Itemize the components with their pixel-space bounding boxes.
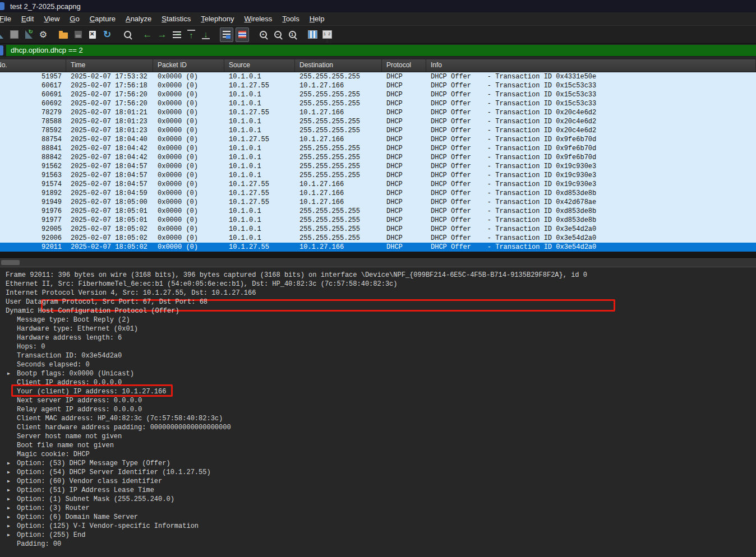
filter-bookmark-icon[interactable] [0, 45, 3, 55]
menu-capture[interactable]: Capture [85, 12, 121, 25]
detail-line-29[interactable]: ▶Option: (255) End [0, 531, 756, 540]
menu-statistics[interactable]: Statistics [156, 12, 196, 25]
close-file-icon[interactable] [86, 28, 99, 41]
detail-line-14[interactable]: Next server IP address: 0.0.0.0 [0, 396, 756, 405]
packet-row-91949[interactable]: 919492025-02-07 18:05:000x0000 (0)10.1.2… [0, 198, 756, 207]
packet-row-60617[interactable]: 606172025-02-07 17:56:180x0000 (0)10.1.2… [0, 81, 756, 90]
displayed-columns-icon[interactable]: 1 2 3 [321, 28, 333, 41]
packet-row-78592[interactable]: 785922025-02-07 18:01:230x0000 (0)10.1.0… [0, 126, 756, 135]
packet-row-88754[interactable]: 887542025-02-07 18:04:400x0000 (0)10.1.2… [0, 135, 756, 144]
packet-row-91563[interactable]: 915632025-02-07 18:04:570x0000 (0)10.1.0… [0, 171, 756, 180]
auto-scroll-icon[interactable] [220, 27, 233, 42]
detail-line-30[interactable]: Padding: 00 [0, 540, 756, 549]
detail-line-11[interactable]: ▶Bootp flags: 0x0000 (Unicast) [0, 369, 756, 378]
detail-line-17[interactable]: Client hardware address padding: 0000000… [0, 423, 756, 432]
expand-arrow-icon[interactable]: ▶ [7, 468, 10, 477]
detail-line-4[interactable]: Dynamic Host Configuration Protocol (Off… [0, 307, 756, 315]
resize-columns-icon[interactable] [306, 28, 319, 41]
menu-analyze[interactable]: Analyze [121, 12, 156, 25]
zoom-in-icon[interactable]: + [257, 28, 269, 41]
menu-file[interactable]: File [0, 12, 16, 25]
go-forward-icon[interactable]: → [156, 28, 168, 41]
menu-view[interactable]: View [39, 12, 64, 25]
expand-arrow-icon[interactable]: ▶ [7, 504, 10, 513]
detail-line-12[interactable]: Client IP address: 0.0.0.0 [0, 378, 756, 387]
detail-line-20[interactable]: Magic cookie: DHCP [0, 450, 756, 459]
detail-line-5[interactable]: Message type: Boot Reply (2) [0, 315, 756, 324]
expand-arrow-icon[interactable]: ▶ [7, 369, 10, 378]
go-to-packet-icon[interactable] [170, 28, 183, 41]
packet-row-60692[interactable]: 606922025-02-07 17:56:200x0000 (0)10.1.0… [0, 99, 756, 108]
packet-row-92006[interactable]: 920062025-02-07 18:05:020x0000 (0)10.1.0… [0, 234, 756, 243]
packet-row-92011[interactable]: 920112025-02-07 18:05:020x0000 (0)10.1.2… [0, 243, 756, 252]
expand-arrow-icon[interactable]: ▶ [7, 477, 10, 486]
detail-line-26[interactable]: ▶Option: (3) Router [0, 504, 756, 513]
expand-arrow-icon[interactable]: ▶ [7, 495, 10, 504]
column-header-no[interactable]: No. [0, 59, 66, 72]
detail-line-1[interactable]: Ethernet II, Src: FiberhomeTel_6e:ec:b1 … [0, 280, 756, 289]
column-header-destination[interactable]: Destination [295, 59, 382, 72]
detail-line-0[interactable]: Frame 92011: 396 bytes on wire (3168 bit… [0, 271, 756, 280]
go-first-packet-icon[interactable]: ↑ [185, 28, 197, 41]
expand-arrow-icon[interactable]: ▶ [7, 522, 10, 531]
packet-row-78279[interactable]: 782792025-02-07 18:01:210x0000 (0)10.1.2… [0, 108, 756, 117]
reload-file-icon[interactable]: ↻ [101, 28, 113, 41]
packet-row-51957[interactable]: 519572025-02-07 17:53:320x0000 (0)10.1.0… [0, 72, 756, 81]
detail-line-19[interactable]: Boot file name not given [0, 441, 756, 450]
detail-line-6[interactable]: Hardware type: Ethernet (0x01) [0, 324, 756, 333]
capture-options-icon[interactable]: ⚙ [37, 28, 49, 41]
packet-row-78588[interactable]: 785882025-02-07 18:01:230x0000 (0)10.1.0… [0, 117, 756, 126]
go-last-packet-icon[interactable]: ↓ [200, 28, 212, 41]
colorize-packets-icon[interactable] [236, 27, 249, 42]
packet-row-60691[interactable]: 606912025-02-07 17:56:200x0000 (0)10.1.0… [0, 90, 756, 99]
menu-go[interactable]: Go [64, 12, 84, 25]
menu-tools[interactable]: Tools [277, 12, 304, 25]
packet-row-88841[interactable]: 888412025-02-07 18:04:420x0000 (0)10.1.0… [0, 144, 756, 153]
menu-edit[interactable]: Edit [16, 12, 39, 25]
start-capture-icon[interactable] [0, 28, 6, 41]
detail-line-8[interactable]: Hops: 0 [0, 342, 756, 351]
detail-line-18[interactable]: Server host name not given [0, 432, 756, 441]
expand-arrow-icon[interactable]: ▶ [7, 486, 10, 495]
detail-line-2[interactable]: Internet Protocol Version 4, Src: 10.1.2… [0, 289, 756, 298]
expand-arrow-icon[interactable]: ▶ [7, 531, 10, 540]
detail-line-22[interactable]: ▶Option: (54) DHCP Server Identifier (10… [0, 468, 756, 477]
find-packet-icon[interactable] [121, 28, 133, 41]
detail-line-13[interactable]: Your (client) IP address: 10.1.27.166 [0, 387, 756, 396]
hscrollbar-thumb[interactable] [1, 260, 20, 265]
column-header-protocol[interactable]: Protocol [382, 59, 426, 72]
column-header-packet_id[interactable]: Packet ID [153, 59, 224, 72]
detail-line-16[interactable]: Client MAC address: HP_40:82:3c (7c:57:5… [0, 414, 756, 423]
detail-line-21[interactable]: ▶Option: (53) DHCP Message Type (Offer) [0, 459, 756, 468]
expand-arrow-icon[interactable]: ▶ [7, 459, 10, 468]
detail-line-28[interactable]: ▶Option: (125) V-I Vendor-specific Infor… [0, 522, 756, 531]
packet-row-91574[interactable]: 915742025-02-07 18:04:570x0000 (0)10.1.2… [0, 180, 756, 189]
go-back-icon[interactable]: ← [141, 28, 154, 41]
packet-row-91892[interactable]: 918922025-02-07 18:04:590x0000 (0)10.1.2… [0, 189, 756, 198]
packet-row-88842[interactable]: 888422025-02-07 18:04:420x0000 (0)10.1.0… [0, 153, 756, 162]
save-file-icon[interactable] [72, 28, 84, 41]
detail-line-15[interactable]: Relay agent IP address: 0.0.0.0 [0, 405, 756, 414]
detail-line-9[interactable]: Transaction ID: 0x3e54d2a0 [0, 351, 756, 360]
column-header-info[interactable]: Info [426, 59, 756, 72]
menu-wireless[interactable]: Wireless [239, 12, 278, 25]
menu-help[interactable]: Help [305, 12, 330, 25]
packet-row-91976[interactable]: 919762025-02-07 18:05:010x0000 (0)10.1.0… [0, 207, 756, 216]
zoom-original-icon[interactable]: 1 [286, 28, 298, 41]
column-header-source[interactable]: Source [224, 59, 295, 72]
packet-list-hscrollbar[interactable] [0, 258, 756, 267]
stop-capture-icon[interactable] [8, 28, 20, 41]
detail-line-25[interactable]: ▶Option: (1) Subnet Mask (255.255.240.0) [0, 495, 756, 504]
restart-capture-icon[interactable] [22, 28, 35, 41]
detail-line-27[interactable]: ▶Option: (6) Domain Name Server [0, 513, 756, 522]
zoom-out-icon[interactable]: − [271, 28, 284, 41]
detail-line-3[interactable]: User Datagram Protocol, Src Port: 67, Ds… [0, 298, 756, 307]
open-file-icon[interactable] [57, 28, 70, 41]
packet-row-91977[interactable]: 919772025-02-07 18:05:010x0000 (0)10.1.0… [0, 216, 756, 225]
column-header-time[interactable]: Time [66, 59, 153, 72]
packet-row-92005[interactable]: 920052025-02-07 18:05:020x0000 (0)10.1.0… [0, 225, 756, 234]
packet-row-91562[interactable]: 915622025-02-07 18:04:570x0000 (0)10.1.0… [0, 162, 756, 171]
detail-line-23[interactable]: ▶Option: (60) Vendor class identifier [0, 477, 756, 486]
detail-line-7[interactable]: Hardware address length: 6 [0, 333, 756, 342]
menu-telephony[interactable]: Telephony [196, 12, 239, 25]
